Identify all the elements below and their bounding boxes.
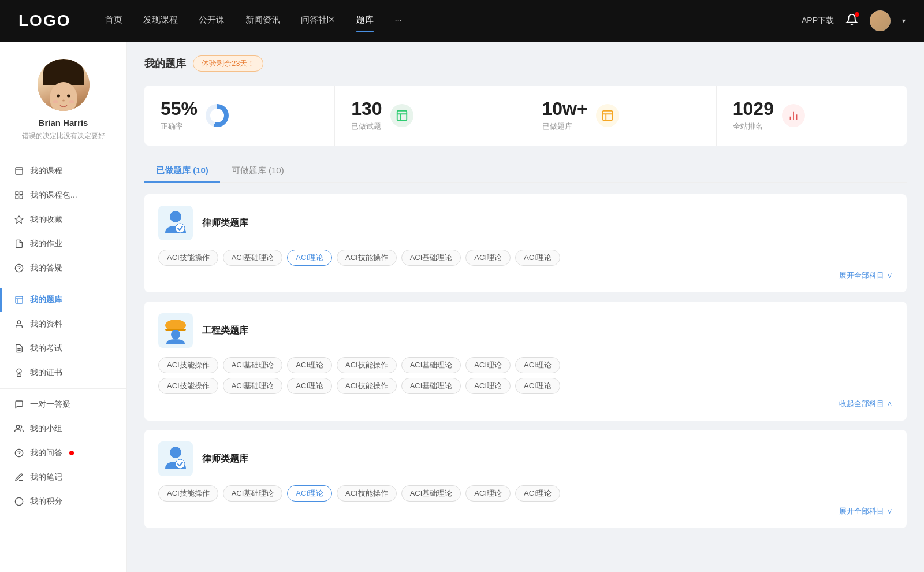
bank-section-1-title: 律师类题库 [202, 217, 248, 229]
sidebar-item-my-group[interactable]: 我的小组 [0, 417, 126, 441]
my-bank-icon [14, 295, 24, 305]
bank-section-2-tags-row2: ACI技能操作 ACI基础理论 ACI理论 ACI技能操作 ACI基础理论 AC… [158, 378, 893, 394]
tag-l6[interactable]: ACI理论 [515, 485, 560, 502]
svg-rect-8 [16, 192, 18, 195]
avatar[interactable] [870, 10, 891, 31]
bank-section-2-tags-row1: ACI技能操作 ACI基础理论 ACI理论 ACI技能操作 ACI基础理论 AC… [158, 357, 893, 373]
svg-point-3 [67, 95, 70, 98]
stat-bank-label: 已做题库 [542, 121, 588, 132]
nav-more[interactable]: ··· [394, 14, 402, 28]
tag-e9[interactable]: ACI理论 [287, 378, 332, 394]
tag-1[interactable]: ACI基础理论 [223, 250, 283, 266]
my-cert-icon [14, 367, 24, 378]
tab-available[interactable]: 可做题库 (10) [220, 159, 296, 182]
sidebar-item-label: 我的作业 [30, 239, 62, 249]
tag-e12[interactable]: ACI理论 [465, 378, 511, 394]
tag-2[interactable]: ACI理论 [287, 250, 332, 266]
tag-e3[interactable]: ACI技能操作 [337, 357, 397, 373]
page-header: 我的题库 体验剩余23天！ [144, 55, 907, 72]
nav-news[interactable]: 新闻资讯 [245, 14, 280, 28]
stat-accuracy-label: 正确率 [161, 121, 198, 132]
sidebar-item-my-courses[interactable]: 我的课程 [0, 159, 126, 183]
tag-4[interactable]: ACI基础理论 [401, 250, 461, 266]
sidebar-item-my-qa[interactable]: 我的问答 [0, 441, 126, 465]
bank-section-engineer: 工程类题库 ACI技能操作 ACI基础理论 ACI理论 ACI技能操作 ACI基… [144, 302, 907, 421]
tag-e1[interactable]: ACI基础理论 [223, 357, 283, 373]
sidebar-item-label: 我的课程包... [30, 190, 77, 200]
sidebar: Brian Harris 错误的决定比没有决定要好 我的课程 我的课程包... [0, 42, 127, 572]
sidebar-item-my-points[interactable]: 我的积分 [0, 489, 126, 514]
tag-e13[interactable]: ACI理论 [515, 378, 560, 394]
svg-point-26 [15, 497, 23, 505]
bank-section-3-expand[interactable]: 展开全部科目 ∨ [158, 506, 893, 517]
tag-e7[interactable]: ACI技能操作 [158, 378, 218, 394]
tag-e2[interactable]: ACI理论 [287, 357, 332, 373]
nav-qa[interactable]: 问答社区 [301, 14, 336, 28]
nav-bank[interactable]: 题库 [356, 14, 374, 28]
sidebar-item-my-bank[interactable]: 我的题库 [0, 288, 126, 312]
my-qa-icon [14, 448, 24, 458]
nav-home[interactable]: 首页 [105, 14, 122, 28]
tag-l1[interactable]: ACI基础理论 [223, 485, 283, 502]
bank-section-1-expand[interactable]: 展开全部科目 ∨ [158, 270, 893, 281]
tag-e11[interactable]: ACI基础理论 [401, 378, 461, 394]
my-courses-icon [14, 166, 24, 176]
sidebar-item-my-questions[interactable]: 我的答疑 [0, 256, 126, 280]
tag-e6[interactable]: ACI理论 [515, 357, 560, 373]
sidebar-item-label: 我的答疑 [30, 263, 62, 273]
nav-discover[interactable]: 发现课程 [143, 14, 178, 28]
tag-3[interactable]: ACI技能操作 [337, 250, 397, 266]
svg-point-23 [16, 425, 19, 428]
tag-e0[interactable]: ACI技能操作 [158, 357, 218, 373]
tag-6[interactable]: ACI理论 [515, 250, 560, 266]
sidebar-item-my-profile[interactable]: 我的资料 [0, 312, 126, 336]
sidebar-item-label: 我的证书 [30, 367, 62, 378]
done-bank-icon [596, 104, 619, 127]
tag-5[interactable]: ACI理论 [465, 250, 511, 266]
sidebar-item-label: 我的笔记 [30, 472, 62, 482]
tag-l0[interactable]: ACI技能操作 [158, 485, 218, 502]
sidebar-item-my-exam[interactable]: 我的考试 [0, 336, 126, 361]
stats-row: 55% 正确率 130 已做试题 10w+ 已做题库 [144, 86, 907, 146]
sidebar-item-my-favorites[interactable]: 我的收藏 [0, 207, 126, 232]
tag-e4[interactable]: ACI基础理论 [401, 357, 461, 373]
tag-e5[interactable]: ACI理论 [465, 357, 511, 373]
nav-open-course[interactable]: 公开课 [199, 14, 225, 28]
notification-bell[interactable] [845, 13, 858, 28]
avatar-chevron-icon[interactable]: ▾ [902, 17, 906, 25]
sidebar-item-my-packages[interactable]: 我的课程包... [0, 183, 126, 207]
svg-rect-7 [16, 168, 23, 174]
stat-rank-label: 全站排名 [733, 121, 774, 132]
bank-section-2-collapse[interactable]: 收起全部科目 ∧ [158, 399, 893, 409]
tag-l3[interactable]: ACI技能操作 [337, 485, 397, 502]
svg-point-6 [69, 100, 74, 103]
tag-l4[interactable]: ACI基础理论 [401, 485, 461, 502]
accuracy-chart-icon [206, 104, 229, 127]
tag-e8[interactable]: ACI基础理论 [223, 378, 283, 394]
tag-l2[interactable]: ACI理论 [287, 485, 332, 502]
my-favorites-icon [14, 214, 24, 225]
bank-section-3-title: 律师类题库 [202, 453, 248, 465]
bank-icon-engineer [158, 313, 193, 348]
svg-point-41 [170, 447, 181, 458]
sidebar-item-my-notes[interactable]: 我的笔记 [0, 465, 126, 489]
sidebar-item-label: 我的问答 [30, 448, 62, 458]
tag-e10[interactable]: ACI技能操作 [337, 378, 397, 394]
tag-0[interactable]: ACI技能操作 [158, 250, 218, 266]
bank-icon-lawyer-2 [158, 441, 193, 476]
stat-done: 130 已做试题 [335, 86, 526, 146]
sidebar-profile: Brian Harris 错误的决定比没有决定要好 [0, 42, 126, 153]
sidebar-item-my-cert[interactable]: 我的证书 [0, 361, 126, 385]
tag-l5[interactable]: ACI理论 [465, 485, 511, 502]
my-packages-icon [14, 190, 24, 200]
sidebar-item-my-homework[interactable]: 我的作业 [0, 232, 126, 256]
tab-done[interactable]: 已做题库 (10) [144, 159, 220, 182]
my-questions-icon [14, 263, 24, 273]
sidebar-item-label: 我的课程 [30, 166, 62, 176]
my-exam-icon [14, 343, 24, 354]
notification-dot [855, 12, 859, 17]
app-download-button[interactable]: APP下载 [802, 16, 834, 26]
stat-rank-value: 1029 [733, 99, 774, 118]
my-notes-icon [14, 472, 24, 482]
sidebar-item-one-on-one[interactable]: 一对一答疑 [0, 392, 126, 417]
